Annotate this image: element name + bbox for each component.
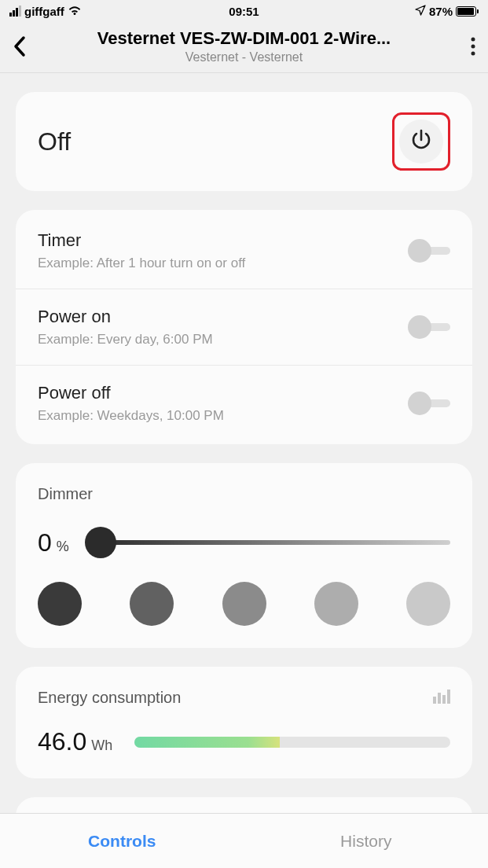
dimmer-preset-3[interactable] <box>222 582 266 626</box>
bottom-nav: Controls History <box>0 813 488 868</box>
schedule-title: Power on <box>38 307 408 327</box>
location-icon <box>415 5 426 18</box>
signal-icon <box>9 6 21 17</box>
svg-point-1 <box>471 45 475 49</box>
energy-bar-green <box>134 737 248 748</box>
schedule-subtitle: Example: Every day, 6:00 PM <box>38 332 408 348</box>
schedule-title: Power off <box>38 383 408 403</box>
tab-history[interactable]: History <box>244 814 489 868</box>
page-subtitle: Vesternet - Vesternet <box>39 50 449 64</box>
dimmer-unit: % <box>57 539 69 555</box>
timer-toggle[interactable] <box>408 242 450 259</box>
energy-bar-yellow <box>248 737 280 748</box>
tab-controls[interactable]: Controls <box>0 814 244 868</box>
content: Off Timer Example: After 1 hour turn on … <box>0 73 488 814</box>
page-title: Vesternet VES-ZW-DIM-001 2-Wire... <box>39 28 449 49</box>
power-off-toggle[interactable] <box>408 395 450 412</box>
status-left: giffgaff <box>9 5 82 18</box>
power-button[interactable] <box>399 120 443 164</box>
slider-track <box>99 540 450 545</box>
svg-point-2 <box>471 52 475 56</box>
header-center: Vesternet VES-ZW-DIM-001 2-Wire... Veste… <box>36 28 452 64</box>
battery-icon <box>456 6 479 17</box>
back-button[interactable] <box>13 35 36 57</box>
energy-label: Energy consumption <box>38 689 181 707</box>
dimmer-label: Dimmer <box>38 485 450 503</box>
schedules-card: Timer Example: After 1 hour turn on or o… <box>16 210 472 444</box>
schedule-row-timer[interactable]: Timer Example: After 1 hour turn on or o… <box>16 213 472 289</box>
power-state-label: Off <box>38 127 71 156</box>
schedule-title: Timer <box>38 230 408 251</box>
wifi-icon <box>68 5 82 18</box>
next-card-peek <box>16 797 472 814</box>
more-menu-button[interactable] <box>452 37 475 56</box>
dimmer-value: 0 % <box>38 528 69 557</box>
schedule-subtitle: Example: After 1 hour turn on or off <box>38 256 408 271</box>
slider-knob[interactable] <box>85 527 116 558</box>
bar-chart-icon[interactable] <box>433 690 450 707</box>
schedule-row-power-off[interactable]: Power off Example: Weekdays, 10:00 PM <box>16 366 472 441</box>
power-card: Off <box>16 92 472 191</box>
dimmer-presets <box>38 582 450 626</box>
svg-rect-6 <box>447 690 450 704</box>
dimmer-slider[interactable] <box>85 527 450 558</box>
energy-bar <box>134 737 450 748</box>
power-button-highlight <box>392 112 450 171</box>
dimmer-preset-4[interactable] <box>314 582 358 626</box>
dimmer-preset-2[interactable] <box>130 582 174 626</box>
carrier-label: giffgaff <box>24 5 64 18</box>
schedule-subtitle: Example: Weekdays, 10:00 PM <box>38 408 408 424</box>
dimmer-preset-5[interactable] <box>406 582 450 626</box>
dimmer-value-number: 0 <box>38 528 52 557</box>
energy-card: Energy consumption 46.0 Wh <box>16 667 472 778</box>
dimmer-card: Dimmer 0 % <box>16 463 472 648</box>
battery-pct: 87% <box>429 5 453 18</box>
svg-rect-5 <box>442 695 446 704</box>
power-icon <box>409 128 433 155</box>
status-right: 87% <box>415 5 479 18</box>
energy-unit: Wh <box>91 737 112 754</box>
header: Vesternet VES-ZW-DIM-001 2-Wire... Veste… <box>0 22 488 73</box>
status-bar: giffgaff 09:51 87% <box>0 0 488 22</box>
svg-rect-4 <box>438 693 441 704</box>
svg-rect-3 <box>433 697 436 704</box>
power-on-toggle[interactable] <box>408 318 450 336</box>
schedule-row-power-on[interactable]: Power on Example: Every day, 6:00 PM <box>16 289 472 366</box>
dimmer-preset-1[interactable] <box>38 582 82 626</box>
clock: 09:51 <box>229 5 259 18</box>
energy-value: 46.0 Wh <box>38 727 112 756</box>
svg-point-0 <box>471 38 475 42</box>
energy-value-number: 46.0 <box>38 727 86 756</box>
